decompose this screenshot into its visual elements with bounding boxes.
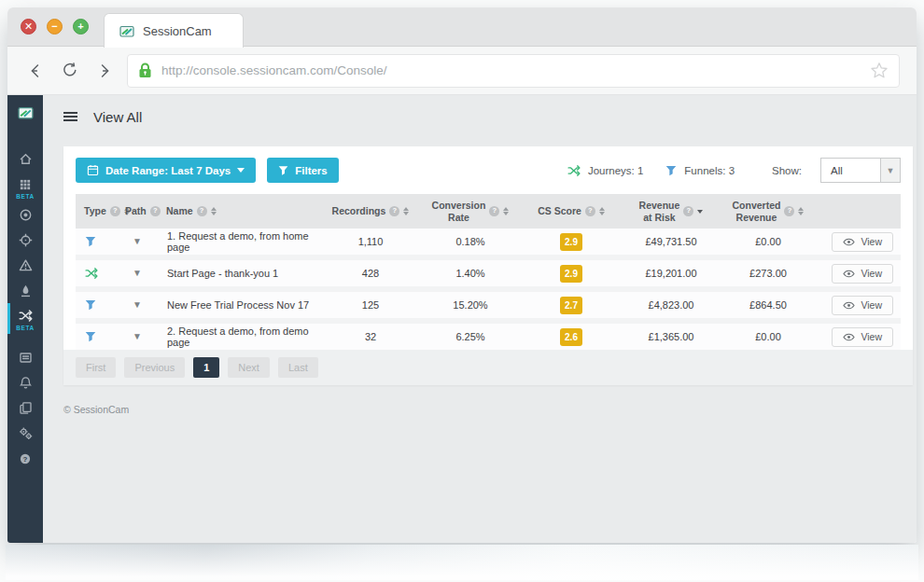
expand-path-chevron-icon[interactable]: ▼	[133, 300, 142, 310]
row-name: 2. Request a demo, from demo page	[158, 326, 326, 348]
sidebar: BETA BETA	[7, 95, 43, 543]
filter-icon	[278, 165, 288, 176]
help-icon[interactable]: ?	[389, 206, 399, 216]
eye-icon	[843, 333, 855, 341]
row-converted-revenue: £0.00	[725, 236, 811, 247]
filters-button[interactable]: Filters	[267, 158, 339, 183]
expand-path-chevron-icon[interactable]: ▼	[133, 332, 142, 341]
table-header: Type?Path?Name?Recordings?ConversionRate…	[76, 194, 901, 229]
page-button-next[interactable]: Next	[228, 357, 270, 378]
footer-copyright: © SessionCam	[63, 404, 917, 415]
expand-path-chevron-icon[interactable]: ▼	[133, 269, 142, 278]
sort-icon[interactable]	[599, 207, 605, 215]
ink-drop-icon	[19, 284, 33, 298]
table-body: ▼ 1. Request a demo, from home page 1,11…	[76, 229, 901, 350]
view-button[interactable]: View	[832, 296, 893, 315]
sidebar-item-help[interactable]	[7, 446, 43, 471]
warning-triangle-icon	[19, 258, 33, 272]
bookmark-star-icon[interactable]	[870, 62, 889, 79]
row-conversion-rate: 15.20%	[415, 299, 525, 311]
cs-score-badge: 2.9	[560, 265, 582, 283]
help-icon[interactable]: ?	[683, 206, 693, 216]
sessioncam-logo-icon[interactable]	[18, 105, 34, 120]
results-card: Date Range: Last 7 Days Filters Journeys…	[63, 146, 913, 385]
hamburger-menu-icon[interactable]	[63, 109, 77, 123]
row-name: Start Page - thank-you 1	[158, 268, 326, 279]
view-button[interactable]: View	[832, 327, 893, 347]
refresh-icon[interactable]	[58, 59, 82, 83]
view-button[interactable]: View	[832, 264, 893, 284]
page-button-previous[interactable]: Previous	[124, 357, 185, 378]
column-header-revenue-at-risk[interactable]: Revenueat Risk?	[617, 200, 725, 222]
show-select[interactable]: All ▼	[820, 158, 901, 183]
sidebar-item-settings[interactable]	[7, 421, 43, 446]
column-header-cs-score[interactable]: CS Score?	[525, 205, 617, 216]
target-icon	[19, 233, 33, 247]
row-revenue-at-risk: £4,823.00	[617, 299, 725, 311]
sidebar-item-target[interactable]	[7, 228, 43, 253]
column-header-type[interactable]: Type?	[76, 205, 117, 216]
journey-type-icon	[85, 267, 98, 280]
row-name: 1. Request a demo, from home page	[158, 230, 326, 253]
sort-icon[interactable]	[798, 207, 804, 215]
gears-icon	[19, 426, 33, 440]
sidebar-item-journeys[interactable]	[7, 303, 43, 328]
row-recordings: 1,110	[326, 236, 415, 247]
row-conversion-rate: 0.18%	[415, 236, 525, 247]
journeys-shuffle-icon	[567, 164, 581, 177]
date-range-button[interactable]: Date Range: Last 7 Days	[76, 158, 256, 183]
sidebar-item-modules[interactable]	[7, 172, 43, 197]
forward-icon[interactable]	[91, 59, 116, 83]
row-recordings: 32	[326, 331, 415, 342]
sort-icon[interactable]	[211, 207, 217, 215]
column-header-name[interactable]: Name?	[158, 205, 326, 216]
help-icon[interactable]: ?	[489, 206, 499, 216]
page-title: View All	[93, 109, 142, 125]
table-row: ▼ 1. Request a demo, from home page 1,11…	[76, 229, 901, 255]
sort-icon[interactable]	[503, 207, 509, 215]
help-icon[interactable]: ?	[784, 206, 794, 216]
window-controls: ✕ − +	[21, 19, 89, 35]
sidebar-item-pages[interactable]	[7, 395, 43, 421]
page-button-last[interactable]: Last	[278, 357, 318, 378]
main-content: View All Date Range: Last 7 Days Filters	[43, 95, 917, 543]
bell-icon	[19, 376, 33, 390]
table-row: ▼ Start Page - thank-you 1 428 1.40% 2.9…	[76, 260, 901, 286]
sidebar-group-journeys: BETA	[7, 303, 43, 334]
close-window-icon[interactable]: ✕	[21, 19, 36, 35]
help-icon[interactable]: ?	[585, 206, 595, 216]
funnel-type-icon	[85, 299, 96, 311]
sidebar-item-recordings[interactable]	[7, 202, 43, 228]
sidebar-item-notifications[interactable]	[7, 370, 43, 395]
sidebar-item-home[interactable]	[7, 146, 43, 172]
help-icon[interactable]: ?	[197, 206, 207, 216]
copy-pages-icon	[19, 401, 33, 415]
sort-icon[interactable]	[697, 210, 703, 214]
column-header-converted-revenue[interactable]: ConvertedRevenue?	[725, 200, 811, 222]
back-icon[interactable]	[24, 59, 49, 83]
filters-label: Filters	[295, 165, 328, 176]
sidebar-item-forms[interactable]	[7, 345, 43, 370]
page-button-1[interactable]: 1	[193, 357, 219, 378]
maximize-window-icon[interactable]: +	[73, 19, 89, 35]
sidebar-item-heatmaps[interactable]	[7, 278, 43, 303]
row-converted-revenue: £0.00	[725, 331, 811, 342]
cs-score-badge: 2.6	[560, 328, 582, 346]
table-row: ▼ New Free Trial Process Nov 17 125 15.2…	[76, 292, 901, 318]
page-button-first[interactable]: First	[76, 357, 116, 378]
sidebar-item-alerts[interactable]	[7, 253, 43, 278]
show-select-value: All	[831, 165, 843, 176]
column-header-conversion-rate[interactable]: ConversionRate?	[415, 200, 525, 222]
sort-icon[interactable]	[403, 207, 409, 215]
minimize-window-icon[interactable]: −	[47, 19, 63, 35]
expand-path-chevron-icon[interactable]: ▼	[133, 237, 142, 246]
row-revenue-at-risk: £19,201.00	[617, 268, 725, 279]
sidebar-group-modules: BETA	[7, 172, 43, 202]
browser-tab[interactable]: SessionCam	[104, 13, 244, 48]
address-bar[interactable]: http://console.sessioncam.com/Console/	[127, 54, 900, 88]
eye-icon	[843, 270, 855, 278]
pagination: FirstPrevious1NextLast	[63, 350, 913, 385]
column-header-recordings[interactable]: Recordings?	[326, 205, 415, 216]
view-button[interactable]: View	[832, 232, 893, 252]
url-text[interactable]: http://console.sessioncam.com/Console/	[161, 63, 861, 77]
